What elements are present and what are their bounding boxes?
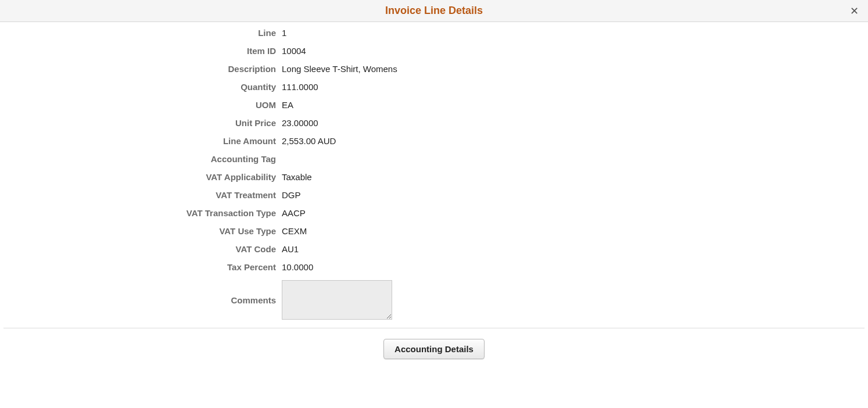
label-item-id: Item ID (0, 46, 282, 56)
value-vat-treatment: DGP (282, 190, 301, 200)
value-description: Long Sleeve T-Shirt, Womens (282, 64, 397, 74)
label-vat-transaction-type: VAT Transaction Type (0, 208, 282, 218)
modal-title: Invoice Line Details (385, 5, 483, 17)
label-unit-price: Unit Price (0, 118, 282, 128)
value-line: 1 (282, 28, 286, 38)
value-unit-price: 23.00000 (282, 118, 318, 128)
value-tax-percent: 10.0000 (282, 262, 313, 272)
value-vat-transaction-type: AACP (282, 208, 306, 218)
label-comments: Comments (0, 295, 282, 305)
detail-form: Line 1 Item ID 10004 Description Long Sl… (0, 22, 868, 320)
label-description: Description (0, 64, 282, 74)
label-vat-use-type: VAT Use Type (0, 226, 282, 236)
divider (3, 328, 865, 328)
value-vat-applicability: Taxable (282, 172, 312, 182)
value-line-amount: 2,553.00 AUD (282, 136, 336, 146)
footer: Accounting Details (0, 339, 868, 371)
value-uom: EA (282, 100, 293, 110)
value-vat-use-type: CEXM (282, 226, 307, 236)
close-icon[interactable]: ✕ (848, 3, 861, 19)
label-uom: UOM (0, 100, 282, 110)
label-tax-percent: Tax Percent (0, 262, 282, 272)
label-line: Line (0, 28, 282, 38)
accounting-details-button[interactable]: Accounting Details (383, 339, 485, 359)
value-quantity: 111.0000 (282, 82, 318, 92)
value-item-id: 10004 (282, 46, 306, 56)
label-vat-treatment: VAT Treatment (0, 190, 282, 200)
label-line-amount: Line Amount (0, 136, 282, 146)
modal-header: Invoice Line Details ✕ (0, 0, 868, 22)
comments-textarea[interactable] (282, 280, 392, 320)
label-vat-code: VAT Code (0, 244, 282, 254)
label-accounting-tag: Accounting Tag (0, 154, 282, 164)
label-vat-applicability: VAT Applicability (0, 172, 282, 182)
value-vat-code: AU1 (282, 244, 299, 254)
label-quantity: Quantity (0, 82, 282, 92)
